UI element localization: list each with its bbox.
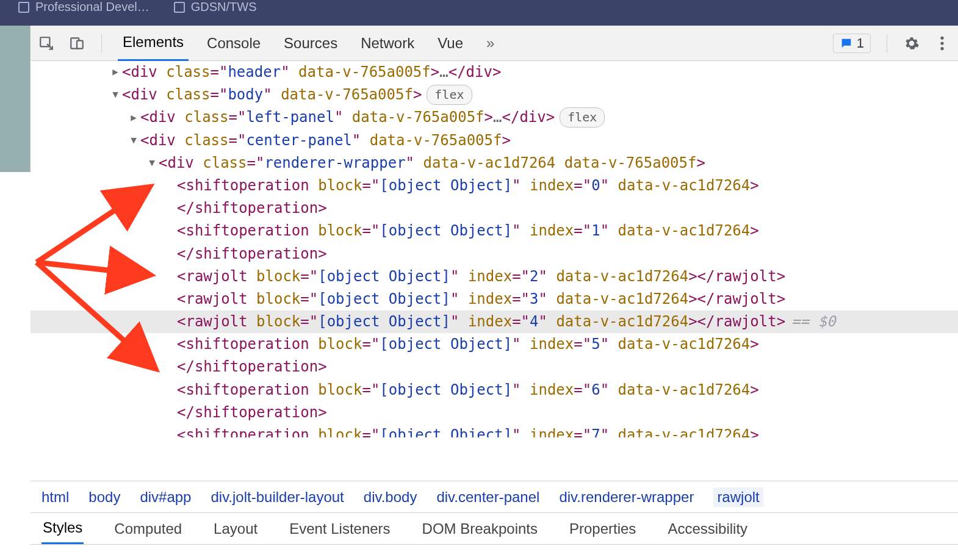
tab-network[interactable]: Network: [356, 26, 419, 60]
bottom-strip: [31, 544, 958, 560]
dom-node-code: <shiftoperation block="[object Object]" …: [177, 174, 759, 197]
dom-node-code: <div class="center-panel" data-v-765a005…: [140, 129, 511, 152]
dom-node-row[interactable]: <shiftoperation block="[object Object]" …: [31, 220, 958, 242]
message-icon: [840, 37, 853, 50]
tab-styles[interactable]: Styles: [41, 513, 84, 544]
bookmark-item[interactable]: GDSN/TWS: [174, 0, 257, 14]
inspect-element-icon[interactable]: [38, 35, 55, 52]
expand-down-icon[interactable]: ▼: [128, 133, 139, 148]
tab-properties[interactable]: Properties: [568, 514, 637, 544]
tab-vue[interactable]: Vue: [433, 26, 468, 60]
svg-point-3: [940, 36, 943, 39]
dom-node-code: </shiftoperation>: [177, 401, 327, 424]
dom-node-row[interactable]: ▼<div class="renderer-wrapper" data-v-ac…: [31, 152, 958, 174]
dom-node-code: <rawjolt block="[object Object]" index="…: [177, 288, 785, 311]
page-icon: [18, 2, 29, 13]
message-count: 1: [857, 35, 864, 51]
dom-node-code: </shiftoperation>: [177, 243, 327, 265]
breadcrumb-item-selected[interactable]: rawjolt: [713, 487, 763, 507]
dom-node-row[interactable]: <shiftoperation block="[object Object]" …: [31, 174, 958, 197]
breadcrumb: html body div#app div.jolt-builder-layou…: [31, 481, 958, 512]
dom-node-row[interactable]: <rawjolt block="[object Object]" index="…: [31, 311, 958, 333]
dom-node-row[interactable]: </shiftoperation>: [31, 356, 958, 378]
dom-node-row[interactable]: </shiftoperation>: [31, 401, 958, 424]
dom-node-code: <div class="body" data-v-765a005f>: [122, 84, 422, 106]
dom-node-code: <rawjolt block="[object Object]" index="…: [177, 311, 785, 333]
device-toolbar-icon[interactable]: [68, 35, 85, 52]
tab-console[interactable]: Console: [202, 26, 265, 60]
expand-down-icon[interactable]: ▼: [146, 156, 157, 171]
separator: [101, 34, 102, 52]
expand-right-icon[interactable]: ▶: [128, 110, 139, 126]
dom-node-row[interactable]: <rawjolt block="[object Object]" index="…: [31, 265, 958, 288]
dom-node-code: <shiftoperation block="[object Object]" …: [177, 333, 759, 356]
dom-node-code: <rawjolt block="[object Object]" index="…: [177, 265, 785, 288]
messages-button[interactable]: 1: [833, 34, 871, 53]
svg-point-4: [940, 41, 943, 45]
flex-badge[interactable]: flex: [427, 85, 472, 105]
dom-node-code: <shiftoperation block="[object Object]" …: [177, 424, 759, 437]
tab-elements[interactable]: Elements: [118, 25, 189, 61]
expand-right-icon[interactable]: ▶: [110, 65, 121, 80]
devtools-toolbar: Elements Console Sources Network Vue » 1: [31, 26, 958, 61]
dom-node-code: <div class="header" data-v-765a005f>…</d…: [122, 61, 501, 84]
expand-down-icon[interactable]: ▼: [110, 87, 121, 102]
dom-node-row[interactable]: <shiftoperation block="[object Object]" …: [31, 424, 958, 437]
breadcrumb-item[interactable]: html: [41, 489, 69, 506]
dom-node-code: <shiftoperation block="[object Object]" …: [177, 220, 759, 242]
dom-node-row[interactable]: <shiftoperation block="[object Object]" …: [31, 379, 958, 401]
tab-layout[interactable]: Layout: [212, 514, 259, 544]
selection-indicator: == $0: [791, 311, 835, 333]
tab-computed[interactable]: Computed: [113, 514, 183, 544]
tab-event-listeners[interactable]: Event Listeners: [288, 514, 391, 544]
dom-node-row[interactable]: <shiftoperation block="[object Object]" …: [31, 333, 958, 356]
breadcrumb-item[interactable]: body: [88, 489, 120, 506]
dom-node-row[interactable]: </shiftoperation>: [31, 243, 958, 265]
dom-node-code: </shiftoperation>: [177, 197, 327, 220]
tab-dom-breakpoints[interactable]: DOM Breakpoints: [421, 514, 539, 544]
breadcrumb-item[interactable]: div.jolt-builder-layout: [211, 489, 344, 506]
separator: [887, 34, 887, 52]
styles-tabs: Styles Computed Layout Event Listeners D…: [31, 512, 958, 544]
browser-bookmarks-bar: Professional Devel… GDSN/TWS: [0, 0, 958, 26]
dom-node-code: </shiftoperation>: [177, 356, 327, 378]
dom-node-row[interactable]: ▶<div class="left-panel" data-v-765a005f…: [31, 106, 958, 129]
dom-node-row[interactable]: ▼<div class="center-panel" data-v-765a00…: [31, 129, 958, 152]
svg-point-5: [940, 47, 943, 50]
flex-badge[interactable]: flex: [560, 107, 605, 127]
tabs-overflow-icon[interactable]: »: [481, 35, 499, 52]
dom-node-row[interactable]: ▶<div class="header" data-v-765a005f>…</…: [31, 61, 958, 84]
more-icon[interactable]: [934, 35, 951, 52]
tab-accessibility[interactable]: Accessibility: [666, 514, 749, 544]
bookmark-label: Professional Devel…: [35, 0, 149, 14]
dom-node-code: <div class="left-panel" data-v-765a005f>…: [140, 106, 555, 129]
elements-tree[interactable]: ▶<div class="header" data-v-765a005f>…</…: [31, 61, 958, 481]
tab-sources[interactable]: Sources: [279, 26, 342, 60]
dom-node-row[interactable]: <rawjolt block="[object Object]" index="…: [31, 288, 958, 311]
page-icon: [174, 2, 185, 13]
dom-node-code: <shiftoperation block="[object Object]" …: [177, 379, 759, 401]
settings-icon[interactable]: [903, 35, 920, 52]
dom-node-row[interactable]: </shiftoperation>: [31, 197, 958, 220]
dom-node-code: <div class="renderer-wrapper" data-v-ac1…: [159, 152, 705, 174]
bookmark-item[interactable]: Professional Devel…: [18, 0, 149, 14]
breadcrumb-item[interactable]: div#app: [140, 489, 191, 506]
breadcrumb-item[interactable]: div.renderer-wrapper: [559, 489, 694, 506]
dom-node-row[interactable]: ▼<div class="body" data-v-765a005f>flex: [31, 84, 958, 106]
breadcrumb-item[interactable]: div.center-panel: [436, 489, 539, 506]
page-left-strip: [0, 26, 31, 172]
bookmark-label: GDSN/TWS: [191, 0, 257, 14]
svg-rect-2: [77, 40, 83, 48]
breadcrumb-item[interactable]: div.body: [364, 489, 417, 506]
